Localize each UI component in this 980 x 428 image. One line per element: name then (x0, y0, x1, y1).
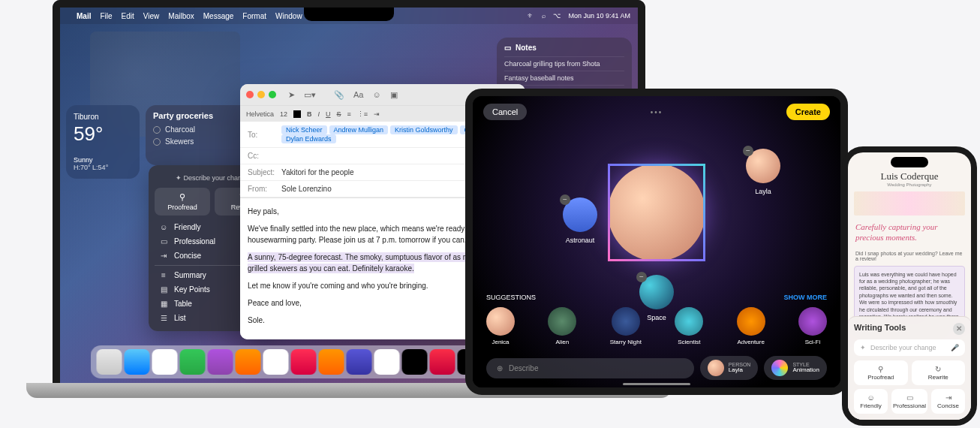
app-menu[interactable]: Mail (77, 12, 91, 20)
person-chip[interactable]: PERSONLayla (700, 356, 759, 380)
recipient-pill[interactable]: Dylan Edwards (281, 134, 336, 143)
search-icon[interactable]: ⌕ (542, 12, 546, 20)
more-icon[interactable]: ••• (651, 108, 663, 116)
close-button[interactable] (246, 91, 254, 98)
suggestions-section: SUGGESTIONSSHOW MORE Jenica Alien Starry… (473, 294, 840, 345)
align-button[interactable]: ≡ (347, 110, 351, 118)
menu-view[interactable]: View (143, 12, 160, 20)
dock-app-safari[interactable] (125, 349, 150, 375)
menu-message[interactable]: Message (203, 12, 234, 20)
color-swatch[interactable] (293, 110, 301, 118)
friendly-button[interactable]: ☺Friendly (854, 389, 888, 414)
indent-button[interactable]: ⇥ (374, 110, 380, 118)
weather-location: Tiburon (74, 113, 132, 121)
menu-file[interactable]: File (100, 12, 112, 20)
describe-input[interactable]: ⊕Describe (486, 358, 694, 378)
note-item[interactable]: Charcoal grilling tips from Shota (504, 56, 624, 71)
control-center-icon[interactable]: ⌥ (553, 12, 561, 20)
dock-app-notes[interactable] (374, 349, 400, 375)
suggestion-jenica[interactable]: Jenica (486, 307, 515, 345)
magnify-icon: ⚲ (158, 192, 207, 202)
mic-icon[interactable]: 🎤 (951, 344, 959, 351)
professional-button[interactable]: ▭Professional (891, 389, 927, 414)
show-more-link[interactable]: SHOW MORE (784, 294, 828, 301)
cancel-button[interactable]: Cancel (483, 104, 527, 120)
note-item[interactable]: Fantasy baseball notes (504, 71, 624, 85)
list-button[interactable]: ⋮≡ (357, 110, 368, 118)
emoji-icon[interactable]: ☺ (372, 90, 380, 99)
attach-icon[interactable]: 📎 (334, 90, 344, 100)
checkbox-icon[interactable] (153, 138, 161, 146)
home-indicator[interactable] (623, 383, 690, 385)
plus-icon[interactable]: ⊕ (497, 364, 503, 372)
recipient-pill[interactable]: Nick Scheer (281, 125, 327, 134)
strike-button[interactable]: S (337, 110, 341, 118)
weather-temp: 59° (74, 122, 132, 146)
dock-app-reminders[interactable] (347, 349, 372, 375)
sparkle-icon: ✦ (860, 344, 866, 351)
suggestion-starry-night[interactable]: Starry Night (610, 307, 642, 345)
remove-icon[interactable]: − (636, 272, 647, 282)
dock-app-mail[interactable] (152, 349, 178, 375)
dock-app-photos[interactable] (236, 349, 261, 375)
style-chip[interactable]: STYLEAnimation (764, 356, 827, 380)
rewrite-icon: ↻ (913, 365, 964, 373)
clock[interactable]: Mon Jun 10 9:41 AM (568, 12, 630, 20)
menu-window[interactable]: Window (275, 12, 302, 20)
menu-mailbox[interactable]: Mailbox (168, 12, 194, 20)
weather-condition: Sunny (74, 156, 132, 164)
suggestion-alien[interactable]: Alien (548, 307, 576, 345)
remove-icon[interactable]: − (743, 146, 753, 156)
weather-hilo: H:70° L:54° (74, 164, 132, 171)
dock-app-contacts[interactable] (319, 349, 344, 375)
format-icon[interactable]: Aa (353, 90, 363, 99)
concept-layla[interactable]: −Layla (746, 149, 780, 183)
from-label: From: (248, 185, 281, 193)
writing-tools-sheet: Writing Tools✕ ✦Describe your change🎤 ⚲P… (848, 316, 971, 420)
dock-app-maps[interactable] (208, 349, 233, 375)
create-button[interactable]: Create (786, 104, 830, 120)
font-picker[interactable]: Helvetica (246, 110, 274, 118)
briefcase-icon: ▭ (893, 393, 926, 402)
font-size[interactable]: 12 (280, 110, 287, 118)
main-avatar[interactable] (608, 164, 705, 261)
dock-app-calendar[interactable] (291, 349, 317, 375)
dock-app-finder[interactable] (97, 349, 122, 375)
recipient-pill[interactable]: Kristin Goldsworthy (390, 125, 458, 134)
menu-format[interactable]: Format (242, 12, 266, 20)
dock-app-tv[interactable] (402, 349, 428, 375)
concept-astronaut[interactable]: −Astronaut (563, 197, 597, 232)
ipad-device: Cancel ••• Create −Astronaut −Layla −Spa… (465, 89, 848, 395)
minimize-button[interactable] (257, 91, 265, 98)
italic-button[interactable]: I (318, 110, 320, 118)
recipient-pill[interactable]: Andrew Mulligan (329, 125, 389, 134)
wifi-icon[interactable]: ᯤ (528, 12, 534, 20)
dock-app-facetime[interactable] (263, 349, 289, 375)
dock-app-messages[interactable] (180, 349, 206, 375)
suggestion-adventure[interactable]: Adventure (737, 307, 765, 345)
suggestion-scifi[interactable]: Sci-Fi (798, 307, 827, 345)
close-icon[interactable]: ✕ (953, 323, 965, 335)
remove-icon[interactable]: − (560, 194, 570, 205)
proofread-button[interactable]: ⚲Proofread (155, 188, 210, 216)
rewrite-button[interactable]: ↻Rewrite (912, 360, 966, 385)
weather-widget[interactable]: Tiburon 59° Sunny H:70° L:54° (66, 105, 140, 179)
dock-app-music[interactable] (430, 349, 455, 375)
checkbox-icon[interactable] (153, 126, 161, 134)
concise-button[interactable]: ⇥Concise (931, 389, 965, 414)
suggestion-scientist[interactable]: Scientist (675, 307, 703, 345)
photo-icon[interactable]: ▣ (390, 90, 398, 100)
ipad-screen: Cancel ••• Create −Astronaut −Layla −Spa… (473, 96, 840, 387)
zoom-button[interactable] (269, 91, 276, 98)
underline-button[interactable]: U (326, 110, 331, 118)
dynamic-island[interactable] (891, 157, 928, 167)
header-fields-icon[interactable]: ▭▾ (304, 90, 316, 100)
describe-input[interactable]: ✦Describe your change🎤 (854, 339, 965, 356)
bold-button[interactable]: B (307, 110, 312, 118)
menu-edit[interactable]: Edit (122, 12, 134, 20)
proofread-button[interactable]: ⚲Proofread (854, 360, 908, 385)
iphone-device: Luis Coderque Wedding Photography Carefu… (842, 146, 977, 426)
tagline: Carefully capturing your precious moment… (854, 216, 965, 249)
cc-label: Cc: (248, 152, 281, 160)
send-icon[interactable]: ➤ (288, 90, 295, 100)
